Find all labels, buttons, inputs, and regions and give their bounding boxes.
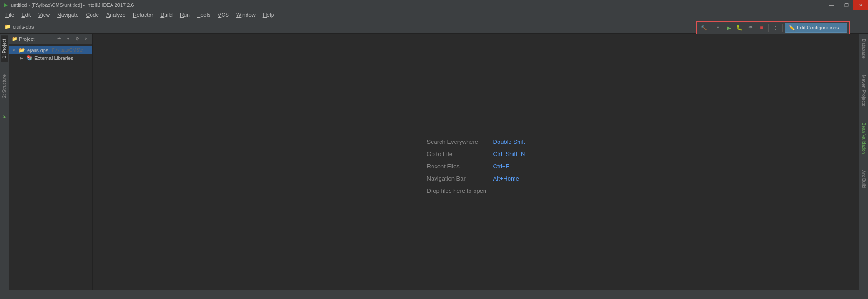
hint-row-goto-file: Go to File Ctrl+Shift+N <box>427 151 525 157</box>
hint-label-search: Search Everywhere <box>427 138 486 145</box>
right-tab-database[interactable]: Database <box>860 35 867 62</box>
project-icon: 📁 <box>5 24 11 29</box>
close-button[interactable]: ✕ <box>853 0 868 10</box>
menu-code[interactable]: Code <box>82 10 102 20</box>
hint-label-recent: Recent Files <box>427 163 486 170</box>
panel-close-btn[interactable]: ✕ <box>82 35 90 43</box>
toolbar-run-btn[interactable]: ▶ <box>724 23 734 33</box>
toolbar-sep2 <box>768 24 769 32</box>
tree-libs-label: External Libraries <box>34 55 73 61</box>
hint-label-nav-bar: Navigation Bar <box>427 175 486 182</box>
tree-item-root[interactable]: ▾ 📂 ejails-dps F:\yibao\CMS\e <box>9 46 92 54</box>
toolbar-debug-btn[interactable]: 🐛 <box>735 23 745 33</box>
menu-vcs[interactable]: VCS <box>214 10 233 20</box>
toolbar-sep3 <box>782 24 783 32</box>
tree-folder-icon: 📂 <box>19 47 25 53</box>
menu-view[interactable]: View <box>34 10 53 20</box>
menu-navigate[interactable]: Navigate <box>53 10 82 20</box>
toolbar: 📁 ejails-dps 🔨 ▼ ▶ 🐛 ☂ ■ ⋮ ✏️ Edit Confi… <box>0 20 868 34</box>
tree-libs-icon: 📚 <box>26 55 33 61</box>
hint-shortcut-goto-file: Ctrl+Shift+N <box>493 151 525 157</box>
menu-edit[interactable]: Edit <box>18 10 34 20</box>
toolbar-project-label: 📁 ejails-dps <box>2 24 36 29</box>
toolbar-coverage-btn[interactable]: ☂ <box>746 23 756 33</box>
tree-arrow-libs: ▶ <box>20 56 24 60</box>
hint-shortcut-search: Double Shift <box>493 138 525 145</box>
right-sidebar-tabs: Database Maven Projects Bean Validation … <box>859 34 868 299</box>
project-panel: 📁 Project ⇄ ▾ ⚙ ✕ ▾ 📂 ejails-dps F:\yiba… <box>9 34 93 299</box>
hint-label-goto-file: Go to File <box>427 151 486 157</box>
tree-arrow-root: ▾ <box>13 48 17 53</box>
project-panel-icon: 📁 <box>12 36 17 41</box>
hint-row-recent: Recent Files Ctrl+E <box>427 163 509 170</box>
toolbar-run-dropdown[interactable]: ▼ <box>713 23 723 33</box>
menu-run[interactable]: Run <box>176 10 194 20</box>
sidebar-tab-favorites[interactable]: ★ <box>1 111 8 123</box>
menu-build[interactable]: Build <box>157 10 176 20</box>
menu-help[interactable]: Help <box>259 10 278 20</box>
app-icon: ▶ <box>4 1 8 8</box>
window-title: untitled - [F:\yibao\CMS\untitled] - Int… <box>11 2 134 8</box>
tree-root-name: ejails-dps <box>27 48 48 53</box>
edit-config-icon: ✏️ <box>789 25 795 31</box>
menu-window[interactable]: Window <box>233 10 259 20</box>
right-tab-maven[interactable]: Maven Projects <box>860 71 867 110</box>
toolbar-more-btn[interactable]: ⋮ <box>771 23 781 33</box>
content-area: Search Everywhere Double Shift Go to Fil… <box>93 34 859 299</box>
project-panel-header: 📁 Project ⇄ ▾ ⚙ ✕ <box>9 34 92 44</box>
sidebar-tab-project[interactable]: 1: Project <box>1 35 8 62</box>
main-layout: 1: Project 2: Structure ★ 📁 Project ⇄ ▾ … <box>0 34 868 299</box>
status-bar <box>0 290 868 299</box>
hint-container: Search Everywhere Double Shift Go to Fil… <box>427 138 525 194</box>
hint-row-nav-bar: Navigation Bar Alt+Home <box>427 175 519 182</box>
project-tree: ▾ 📂 ejails-dps F:\yibao\CMS\e ▶ 📚 Extern… <box>9 44 92 299</box>
edit-config-label: Edit Configurations... <box>797 25 843 30</box>
menu-analyze[interactable]: Analyze <box>102 10 129 20</box>
left-sidebar-tabs: 1: Project 2: Structure ★ <box>0 34 9 299</box>
edit-configurations-button[interactable]: ✏️ Edit Configurations... <box>785 23 847 33</box>
hint-shortcut-nav-bar: Alt+Home <box>493 175 519 182</box>
tree-root-path: F:\yibao\CMS\e <box>52 48 83 53</box>
menu-bar: File Edit View Navigate Code Analyze Ref… <box>0 10 868 20</box>
menu-file[interactable]: File <box>2 10 18 20</box>
toolbar-build-btn[interactable]: 🔨 <box>699 23 709 33</box>
hint-shortcut-recent: Ctrl+E <box>493 163 509 170</box>
tree-item-external-libs[interactable]: ▶ 📚 External Libraries <box>9 54 92 62</box>
minimize-button[interactable]: — <box>824 0 839 10</box>
run-config-area: 🔨 ▼ ▶ 🐛 ☂ ■ ⋮ ✏️ Edit Configurations... <box>696 21 850 34</box>
restore-button[interactable]: ❐ <box>839 0 853 10</box>
hint-row-drop-files: Drop files here to open <box>427 187 487 194</box>
panel-settings-btn[interactable]: ⚙ <box>73 35 81 43</box>
panel-sync-btn[interactable]: ⇄ <box>55 35 63 43</box>
sidebar-tab-structure[interactable]: 2: Structure <box>1 71 8 102</box>
toolbar-sep1 <box>711 24 711 32</box>
project-panel-title: Project <box>19 36 34 42</box>
title-bar: ▶ untitled - [F:\yibao\CMS\untitled] - I… <box>0 0 868 10</box>
right-tab-ant-build[interactable]: Ant Build <box>860 167 867 192</box>
panel-collapse-btn[interactable]: ▾ <box>64 35 72 43</box>
right-tab-bean-validation[interactable]: Bean Validation <box>860 119 867 157</box>
menu-refactor[interactable]: Refactor <box>129 10 157 20</box>
menu-tools[interactable]: Tools <box>194 10 214 20</box>
toolbar-stop-btn[interactable]: ■ <box>756 23 766 33</box>
window-controls: — ❐ ✕ <box>824 0 868 10</box>
hint-label-drop-files: Drop files here to open <box>427 187 487 194</box>
hint-row-search: Search Everywhere Double Shift <box>427 138 525 145</box>
